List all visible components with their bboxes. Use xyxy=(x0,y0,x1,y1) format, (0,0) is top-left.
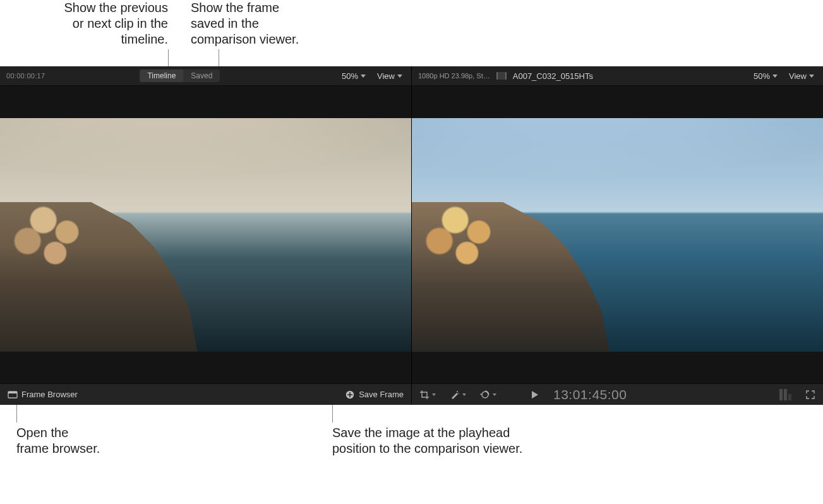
viewer-pane: 1080p HD 23.98p, St… A007_C032_0515HTs 5… xyxy=(411,66,823,405)
audio-meters-icon xyxy=(779,389,791,400)
chevron-down-icon xyxy=(397,75,402,78)
callout-leader xyxy=(16,405,17,423)
frame-browser-button[interactable]: Frame Browser xyxy=(8,390,78,400)
callout-saved: Show the framesaved in thecomparison vie… xyxy=(191,0,336,47)
right-bottombar: 13:01:45:00 xyxy=(412,383,823,405)
frame-browser-icon xyxy=(8,390,18,400)
view-label: View xyxy=(789,71,807,81)
play-icon xyxy=(529,390,539,400)
video-frame-left xyxy=(0,118,411,352)
video-frame-right xyxy=(412,118,823,352)
zoom-dropdown[interactable]: 50% xyxy=(339,71,368,81)
zoom-value: 50% xyxy=(754,71,770,81)
left-bottombar: Frame Browser Save Frame xyxy=(0,383,411,405)
chevron-down-icon xyxy=(772,75,778,78)
chevron-down-icon xyxy=(462,393,466,396)
save-frame-button[interactable]: Save Frame xyxy=(345,390,404,400)
enhance-menu[interactable] xyxy=(450,390,466,400)
chevron-down-icon xyxy=(432,393,436,396)
callout-leader xyxy=(219,49,219,68)
chevron-down-icon xyxy=(493,393,496,396)
tab-saved[interactable]: Saved xyxy=(183,69,220,82)
play-button[interactable] xyxy=(529,390,539,400)
callout-timeline: Show the previousor next clip in thetime… xyxy=(23,0,168,47)
svg-rect-1 xyxy=(8,392,17,393)
retime-icon xyxy=(480,390,490,400)
format-readout: 1080p HD 23.98p, St… xyxy=(418,72,490,80)
zoom-value: 50% xyxy=(342,71,358,81)
svg-point-4 xyxy=(458,393,459,394)
fullscreen-icon xyxy=(805,390,815,400)
save-frame-label: Save Frame xyxy=(359,390,404,399)
callout-leader xyxy=(332,405,333,423)
mode-segmented-control: Timeline Saved xyxy=(140,69,220,82)
left-topbar: 00:00:00:17 Timeline Saved 50% View xyxy=(0,66,411,86)
callout-leader xyxy=(168,49,169,68)
transform-crop-menu[interactable] xyxy=(419,390,436,400)
frame-browser-label: Frame Browser xyxy=(21,390,78,399)
crop-icon xyxy=(419,390,430,400)
clip-name: A007_C032_0515HTs xyxy=(513,71,593,81)
view-dropdown[interactable]: View xyxy=(375,71,405,81)
svg-point-5 xyxy=(482,392,488,398)
timecode-readout: 00:00:00:17 xyxy=(6,72,45,80)
svg-point-3 xyxy=(457,391,458,392)
plus-circle-icon xyxy=(345,390,355,400)
comparison-viewer-pane: 00:00:00:17 Timeline Saved 50% View xyxy=(0,66,411,405)
filmstrip-icon xyxy=(496,72,507,80)
callouts-bottom: Open theframe browser. Save the image at… xyxy=(0,405,823,481)
playhead-timecode: 13:01:45:00 xyxy=(553,387,627,402)
view-dropdown[interactable]: View xyxy=(786,71,817,81)
fullscreen-button[interactable] xyxy=(805,390,815,400)
right-canvas xyxy=(412,86,823,383)
callouts-top: Show the previousor next clip in thetime… xyxy=(0,0,823,66)
zoom-dropdown[interactable]: 50% xyxy=(751,71,780,81)
chevron-down-icon xyxy=(809,75,814,78)
chevron-down-icon xyxy=(361,75,366,78)
clip-info: 1080p HD 23.98p, St… A007_C032_0515HTs xyxy=(418,71,593,81)
left-canvas xyxy=(0,86,411,383)
tab-timeline[interactable]: Timeline xyxy=(140,69,183,82)
view-label: View xyxy=(377,71,395,81)
callout-save-frame: Save the image at the playheadposition t… xyxy=(332,425,610,457)
comparison-viewer-app: 00:00:00:17 Timeline Saved 50% View xyxy=(0,66,823,405)
retime-menu[interactable] xyxy=(480,390,496,400)
right-topbar: 1080p HD 23.98p, St… A007_C032_0515HTs 5… xyxy=(412,66,823,86)
enhance-icon xyxy=(450,390,460,400)
callout-frame-browser: Open theframe browser. xyxy=(16,425,155,457)
